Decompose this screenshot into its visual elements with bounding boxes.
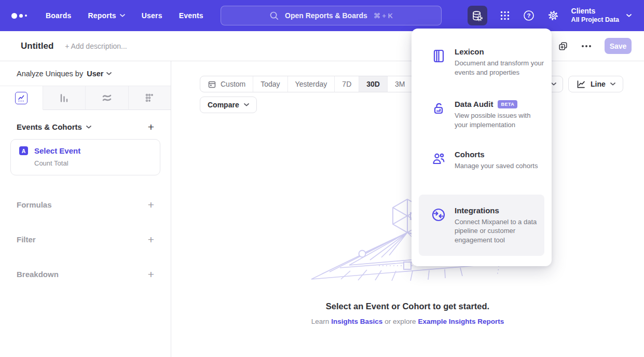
search-placeholder: Open Reports & Boards [285, 11, 367, 20]
report-header-actions: Save [558, 38, 644, 54]
analyze-entity-dropdown[interactable]: User [87, 70, 112, 78]
breakdown-section: Breakdown + [10, 269, 160, 280]
nav-item-events[interactable]: Events [179, 11, 203, 20]
add-description-field[interactable]: + Add description... [65, 42, 127, 50]
filter-section: Filter + [10, 234, 160, 245]
global-search-input[interactable]: Open Reports & Boards ⌘ + K [221, 6, 442, 25]
chevron-down-icon [86, 126, 91, 129]
nav-item-users[interactable]: Users [142, 11, 162, 20]
range-30d-selected[interactable]: 30D [359, 76, 388, 92]
project-name: All Project Data [571, 16, 619, 24]
svg-text:?: ? [527, 12, 530, 19]
select-event-button[interactable]: Select Event [34, 146, 80, 155]
mixpanel-logo-icon[interactable] [11, 13, 27, 19]
menu-item-data-audit[interactable]: Data Audit BETA View possible issues wit… [419, 95, 544, 134]
range-yesterday[interactable]: Yesterday [288, 76, 335, 92]
nav-item-boards[interactable]: Boards [46, 11, 71, 20]
chart-type-dropdown[interactable]: Line [568, 76, 623, 92]
cohorts-people-icon [431, 151, 446, 167]
database-gear-icon [471, 10, 483, 22]
tab-line-chart[interactable] [0, 86, 43, 110]
menu-item-integrations[interactable]: Integrations Connect Mixpanel to a data … [419, 195, 544, 256]
settings-button[interactable] [547, 9, 559, 22]
chart-type-tabs [0, 86, 171, 110]
formulas-label: Formulas [17, 200, 52, 209]
sidebar-body: Events & Cohorts + A Select Event Count … [0, 121, 171, 280]
calendar-icon [208, 80, 216, 89]
gear-icon [547, 9, 559, 22]
menu-item-lexicon[interactable]: Lexicon Document and transform your even… [419, 43, 544, 82]
copy-plus-icon [558, 41, 568, 51]
org-name: Clients [571, 7, 619, 16]
range-custom[interactable]: Custom [200, 76, 253, 92]
apps-grid-button[interactable] [499, 10, 511, 21]
range-3m[interactable]: 3M [388, 76, 413, 92]
search-shortcut: ⌘ + K [374, 12, 393, 20]
chevron-down-icon [244, 103, 249, 106]
nav-right-cluster: ? Clients All Project Data [468, 0, 644, 31]
report-canvas: Custom Today Yesterday 7D 30D 3M 6M Comp… [171, 61, 644, 357]
report-title[interactable]: Untitled [21, 41, 53, 51]
help-button[interactable]: ? [523, 9, 535, 22]
empty-state-title: Select an Event or Cohort to get started… [171, 301, 644, 311]
chevron-down-icon [551, 83, 556, 86]
event-aggregation-label[interactable]: Count Total [34, 159, 152, 167]
search-icon [269, 11, 279, 20]
insights-basics-link[interactable]: Insights Basics [331, 318, 382, 325]
event-series-badge: A [19, 146, 28, 155]
menu-item-cohorts[interactable]: Cohorts Manage your saved cohorts [419, 146, 544, 176]
data-audit-icon [431, 101, 446, 116]
line-chart-icon [576, 79, 586, 89]
events-cohorts-toggle[interactable]: Events & Cohorts [17, 122, 91, 131]
data-management-button[interactable] [468, 6, 487, 25]
scatter-chart-icon [144, 93, 155, 103]
grid-9-dots-icon [499, 10, 511, 21]
formulas-section: Formulas + [10, 199, 160, 210]
tab-scatter-chart[interactable] [129, 86, 171, 110]
data-management-menu: Lexicon Document and transform your even… [412, 29, 552, 266]
save-button[interactable]: Save [605, 38, 632, 54]
top-navigation: Boards Reports Users Events Open Reports… [0, 0, 644, 31]
more-options-button[interactable] [582, 45, 591, 47]
analyze-row: Analyze Uniques by User [0, 61, 171, 86]
project-selector[interactable]: Clients All Project Data [571, 7, 632, 24]
primary-nav: Boards Reports Users Events [46, 11, 203, 20]
chevron-down-icon [626, 14, 632, 17]
duplicate-button[interactable] [558, 41, 568, 51]
chevron-down-icon [610, 83, 615, 86]
range-7d[interactable]: 7D [335, 76, 359, 92]
chevron-down-icon [120, 14, 125, 17]
add-event-button[interactable]: + [148, 121, 154, 132]
add-formula-button[interactable]: + [148, 199, 154, 210]
breakdown-label: Breakdown [17, 270, 59, 279]
nav-item-reports[interactable]: Reports [88, 11, 125, 20]
lexicon-book-icon [431, 48, 446, 64]
bar-chart-icon [59, 93, 69, 103]
empty-state-subtitle: LearnInsights Basicsor exploreExample In… [171, 318, 644, 325]
tab-bar-chart[interactable] [43, 86, 86, 110]
line-chart-icon [15, 92, 28, 104]
example-insights-reports-link[interactable]: Example Insights Reports [418, 318, 504, 325]
analyze-label: Analyze Uniques by [17, 70, 83, 78]
event-card[interactable]: A Select Event Count Total [10, 139, 160, 175]
add-breakdown-button[interactable]: + [148, 269, 154, 280]
tab-flow-chart[interactable] [86, 86, 129, 110]
add-filter-button[interactable]: + [148, 234, 154, 245]
chevron-down-icon [106, 72, 112, 75]
query-builder-sidebar: Analyze Uniques by User [0, 61, 171, 357]
beta-badge: BETA [498, 100, 517, 108]
flow-chart-icon [101, 92, 113, 104]
compare-button[interactable]: Compare [200, 97, 257, 113]
range-today[interactable]: Today [253, 76, 287, 92]
question-circle-icon: ? [523, 9, 535, 22]
filter-label: Filter [17, 235, 36, 244]
integrations-icon [431, 207, 446, 223]
events-cohorts-header: Events & Cohorts + [10, 121, 160, 132]
